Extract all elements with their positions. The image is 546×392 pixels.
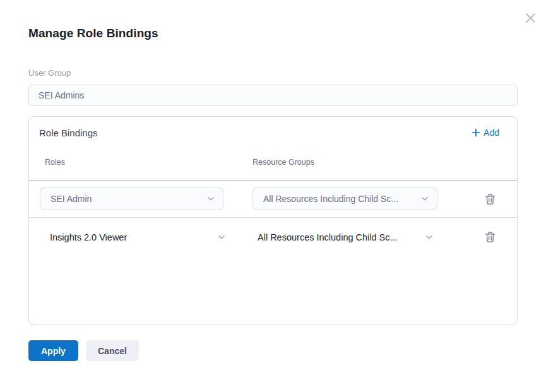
chevron-down-icon [218,235,225,240]
delete-row-button[interactable] [480,229,499,245]
chevron-down-icon [421,196,429,201]
cancel-button[interactable]: Cancel [86,340,139,361]
column-header-resource-groups: Resource Groups [252,158,314,167]
role-bindings-card: Role Bindings Add Roles Resource Groups … [28,116,518,324]
delete-row-button[interactable] [480,191,499,207]
trash-icon [485,193,496,205]
resource-group-select-value: All Resources Including Child Sc... [258,232,398,242]
row-divider [29,217,517,218]
page-title: Manage Role Bindings [28,27,158,40]
chevron-down-icon [207,196,215,201]
add-button-label: Add [484,128,499,138]
trash-icon [485,231,496,243]
plus-icon [472,128,480,137]
resource-group-select-row-1[interactable]: All Resources Including Child Sc... [258,231,433,244]
user-group-input[interactable] [28,85,518,106]
chevron-down-icon [425,235,433,240]
user-group-label: User Group [28,68,71,78]
role-select-value: Insights 2.0 Viewer [50,232,127,242]
role-select-row-1[interactable]: Insights 2.0 Viewer [50,231,225,244]
resource-group-select-row-0[interactable]: All Resources Including Child Sc... [252,187,437,210]
resource-group-select-value: All Resources Including Child Sc... [263,194,398,204]
add-role-binding-button[interactable]: Add [472,128,499,138]
role-bindings-title: Role Bindings [39,128,98,138]
role-select-row-0[interactable]: SEI Admin [40,187,223,210]
column-header-roles: Roles [45,158,65,167]
apply-button[interactable]: Apply [28,340,78,361]
close-icon[interactable] [523,11,537,25]
header-divider [29,180,517,181]
x-glyph [525,13,536,23]
role-select-value: SEI Admin [50,194,92,204]
